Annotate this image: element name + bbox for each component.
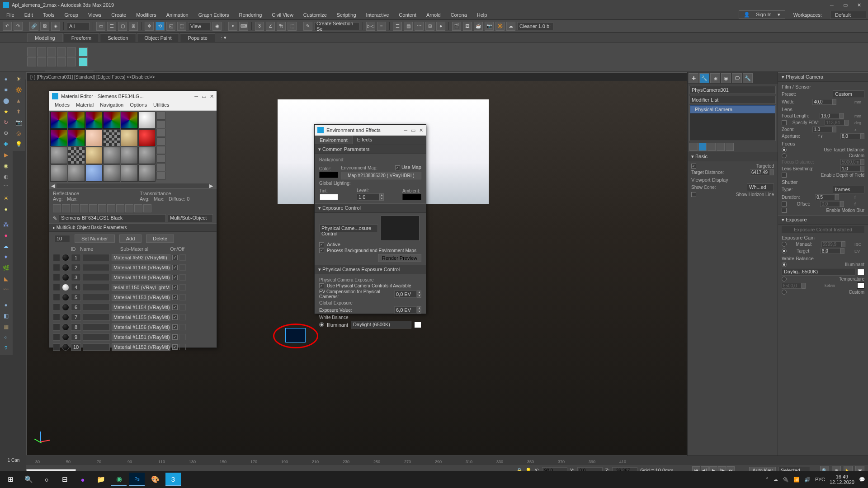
direct-light-icon[interactable]: ▲ [14, 96, 24, 106]
material-swatch[interactable] [68, 147, 85, 164]
cylinder-icon[interactable]: ⬤ [1, 96, 11, 106]
mat-menu-options[interactable]: Options [127, 102, 150, 110]
material-preview-icon[interactable] [62, 333, 69, 341]
viewport-label[interactable]: [+] [PhysCamera001] [Standard] [Edged Fa… [30, 75, 155, 80]
material-color-swatch[interactable] [179, 274, 186, 281]
material-swatch[interactable] [103, 129, 120, 146]
chrome-icon[interactable]: ◉ [111, 473, 127, 486]
select-place-button[interactable]: ⬚ [177, 22, 186, 31]
preview-button[interactable] [156, 155, 165, 163]
target-light-icon[interactable]: ⬆ [14, 107, 24, 117]
menu-modifiers[interactable]: Modifiers [132, 11, 161, 19]
close-button[interactable]: ✕ [210, 94, 214, 99]
assign-to-sel-button[interactable] [71, 204, 79, 212]
light-icon[interactable]: ◉ [1, 161, 11, 171]
dots-icon[interactable]: ⁘ [1, 333, 11, 343]
minimize-button[interactable]: ─ [194, 94, 198, 99]
render-activeshade-button[interactable]: 🔆 [495, 22, 505, 31]
material-preview-icon[interactable] [62, 324, 69, 331]
row-icon[interactable] [53, 294, 60, 301]
material-swatch[interactable] [103, 164, 120, 182]
put-to-library-button[interactable] [107, 204, 115, 212]
material-name-field[interactable] [83, 294, 110, 301]
omni-light-icon[interactable]: ☀ [14, 74, 24, 84]
tray-wifi-icon[interactable]: 📶 [793, 477, 800, 483]
material-editor-button[interactable]: ● [436, 22, 445, 31]
exposure-control-rollout[interactable]: Exposure Control [315, 203, 426, 213]
material-name-field[interactable] [83, 324, 110, 331]
manual-radio[interactable] [782, 242, 787, 247]
env-map-button[interactable]: Map #2138385320 ( VRayHDRI ) [341, 172, 421, 179]
ref-coord-dropdown[interactable]: View [188, 22, 211, 30]
illuminant-dropdown[interactable]: Daylight (6500K) [351, 321, 411, 328]
photoshop-icon[interactable]: Ps [129, 473, 145, 486]
cortana-icon[interactable]: ○ [39, 473, 54, 486]
modifier-stack[interactable]: Physical Camera [689, 105, 776, 141]
material-swatch[interactable] [68, 164, 85, 182]
sign-in-button[interactable]: 👤 Sign In ▾ [739, 10, 785, 19]
search-icon[interactable]: 🔍 [21, 473, 36, 486]
row-icon[interactable] [53, 254, 60, 261]
row-icon[interactable] [53, 304, 60, 311]
spot-light-icon[interactable]: 🔆 [14, 85, 24, 95]
render-setup-button[interactable]: 🎬 [452, 22, 461, 31]
create-tab-icon[interactable]: ✚ [689, 73, 698, 83]
material-color-swatch[interactable] [179, 334, 186, 340]
menu-customize[interactable]: Customize [299, 11, 331, 19]
material-id[interactable]: 2 [71, 264, 81, 271]
make-unique-button[interactable] [98, 204, 106, 212]
wb-temperature-radio[interactable] [782, 277, 787, 282]
material-id[interactable]: 3 [71, 274, 81, 281]
active-checkbox[interactable]: ✓ [319, 242, 324, 247]
ribbon-btn[interactable] [57, 47, 66, 56]
toggle-ribbon-button[interactable]: ▤ [404, 22, 413, 31]
material-on-checkbox[interactable]: ✓ [172, 324, 178, 330]
material-preview-icon[interactable] [62, 343, 69, 351]
material-swatch[interactable] [121, 129, 138, 146]
mat-menu-utilities[interactable]: Utilities [151, 102, 172, 110]
material-id[interactable]: 8 [71, 324, 81, 331]
material-swatch[interactable] [138, 112, 156, 129]
material-name-field[interactable] [83, 343, 110, 351]
modify-tab-icon[interactable]: 🔧 [699, 73, 709, 83]
camera-icon[interactable]: 📷 [14, 117, 24, 127]
snap-toggle-button[interactable]: 3 [255, 22, 264, 31]
material-swatch[interactable] [85, 164, 103, 182]
phys-cam-exposure-rollout[interactable]: Physical Camera Exposure Control [315, 265, 426, 274]
triangle-icon[interactable]: ◣ [1, 274, 11, 284]
explorer-icon[interactable]: 📁 [93, 473, 108, 486]
show-horizon-checkbox[interactable] [691, 192, 696, 197]
material-id[interactable]: 1 [71, 254, 81, 261]
edit-named-sel-button[interactable]: ✎ [303, 22, 312, 31]
material-on-checkbox[interactable]: ✓ [172, 255, 178, 260]
physical-camera-rollout[interactable]: Physical Camera [778, 72, 868, 82]
wb-custom-radio[interactable] [782, 290, 787, 295]
wb-illuminant-dropdown[interactable]: Daylig...6500K) [782, 268, 855, 276]
menu-graph-editors[interactable]: Graph Editors [194, 11, 234, 19]
named-selection-dropdown[interactable]: Create Selection Se [314, 22, 359, 30]
basic-rollout[interactable]: Basic [688, 152, 778, 161]
menu-arnold[interactable]: Arnold [422, 11, 445, 19]
material-name-field[interactable] [83, 333, 110, 341]
bind-button[interactable]: ◈ [51, 22, 60, 31]
add-button[interactable]: Add [119, 235, 142, 243]
level-spinner[interactable]: ▴▾ [357, 193, 384, 201]
schematic-view-button[interactable]: ⊞ [425, 22, 434, 31]
sub-material-button[interactable]: Material #1156 (VRayMtl) [112, 324, 170, 331]
sphere-icon[interactable]: ● [1, 74, 11, 84]
use-pivot-button[interactable]: ◉ [212, 22, 222, 31]
tray-clock[interactable]: 16:4912.12.2020 [830, 474, 854, 485]
tint-swatch[interactable] [319, 194, 338, 200]
percent-snap-button[interactable]: % [277, 22, 286, 31]
menu-views[interactable]: Views [84, 11, 106, 19]
shutter-type-dropdown[interactable]: frames [833, 186, 864, 193]
wb-illuminant-radio[interactable] [782, 262, 787, 267]
maximize-button[interactable]: ▭ [839, 1, 852, 9]
material-swatch[interactable] [85, 147, 103, 164]
link-icon[interactable]: ● [1, 230, 11, 240]
paint-icon[interactable]: 🎨 [147, 473, 163, 486]
gear-icon[interactable]: ⚙ [1, 128, 11, 138]
box-icon[interactable]: ■ [1, 85, 11, 95]
material-swatch[interactable] [68, 129, 85, 146]
backlight-button[interactable] [156, 120, 165, 128]
